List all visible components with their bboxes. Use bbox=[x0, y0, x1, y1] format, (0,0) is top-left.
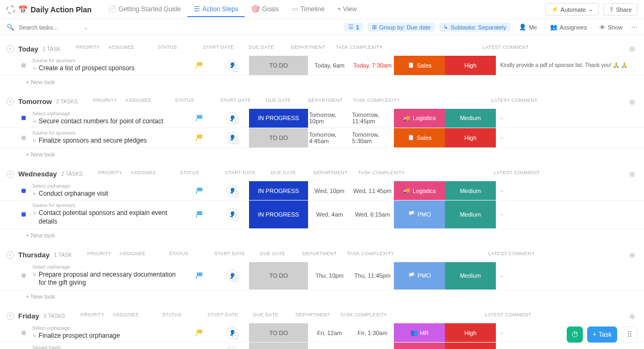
task-title[interactable]: ↳Secure contact numbers for point of con… bbox=[32, 117, 182, 126]
new-task-fab[interactable]: +Task bbox=[587, 326, 617, 343]
priority-cell[interactable] bbox=[182, 201, 216, 228]
start-date-cell[interactable]: Wed, 4am bbox=[308, 201, 351, 228]
collapse-toggle[interactable]: ▾ bbox=[6, 313, 14, 320]
show-pill[interactable]: 👁Show bbox=[595, 23, 627, 32]
comment-cell[interactable]: Kindly provide a pdf of sponsor list. Th… bbox=[496, 56, 633, 75]
task-row[interactable]: Select orphanage ↳Secure contact numbers… bbox=[0, 109, 644, 129]
new-task-button[interactable]: + New task bbox=[0, 229, 644, 242]
tab-action-steps[interactable]: ☰Action Steps bbox=[187, 2, 245, 17]
task-row[interactable]: Source for sponsors ↳Contact potential s… bbox=[0, 201, 644, 228]
automate-button[interactable]: ⚡Automate⌄ bbox=[545, 3, 599, 16]
priority-cell[interactable] bbox=[182, 56, 216, 75]
task-title[interactable]: ↳Prepare proposal and necessary document… bbox=[32, 271, 182, 287]
tab-timeline[interactable]: ▭Timeline bbox=[286, 2, 331, 17]
assignee-cell[interactable]: 👤 bbox=[216, 343, 249, 349]
status-cell[interactable]: TO DO bbox=[249, 56, 308, 75]
start-date-cell[interactable]: Thu, 10pm bbox=[308, 262, 351, 289]
more-icon[interactable]: ⋯ bbox=[631, 24, 638, 31]
due-date-cell[interactable]: Wed, 6:15am bbox=[351, 201, 394, 228]
due-date-cell[interactable]: Tomorrow, 5:30am bbox=[351, 128, 394, 147]
add-view-button[interactable]: + View bbox=[331, 2, 363, 17]
start-date-cell[interactable]: Today, 6am bbox=[308, 56, 351, 75]
department-cell[interactable]: 📋 Sales bbox=[394, 128, 445, 147]
task-title[interactable]: ↳Create a list of prospect sponsors bbox=[32, 64, 182, 73]
status-cell[interactable]: TO DO bbox=[249, 262, 308, 289]
priority-cell[interactable] bbox=[182, 128, 216, 147]
groupby-pill[interactable]: ⊞Group by: Due date bbox=[368, 23, 435, 32]
add-column-button[interactable]: ⊕ bbox=[627, 312, 638, 321]
complexity-cell[interactable]: Medium bbox=[445, 109, 496, 128]
priority-cell[interactable] bbox=[182, 323, 216, 343]
subtasks-pill[interactable]: ↳Subtasks: Separately bbox=[439, 23, 510, 32]
assignee-cell[interactable]: 👤 bbox=[216, 323, 249, 343]
complexity-cell[interactable]: Medium bbox=[445, 262, 496, 289]
start-date-cell[interactable]: Tomorrow, 10pm bbox=[308, 109, 351, 128]
start-date-cell[interactable]: Fri, 12am bbox=[308, 323, 351, 343]
assignee-cell[interactable]: 👤 bbox=[216, 181, 249, 201]
task-row[interactable]: Secure travel ↳Create a list of potentia… bbox=[0, 343, 644, 349]
department-cell[interactable]: 🏳️ PMO bbox=[394, 201, 445, 228]
task-title[interactable]: ↳Contact potential sponsors and explain … bbox=[32, 209, 182, 226]
assignees-pill[interactable]: 👥Assignees bbox=[546, 23, 591, 32]
start-date-cell[interactable]: Tomorrow, 4:45am bbox=[308, 128, 351, 147]
status-cell[interactable]: TO DO bbox=[249, 128, 308, 147]
collapse-toggle[interactable]: ▾ bbox=[6, 98, 14, 106]
add-column-button[interactable]: ⊕ bbox=[627, 44, 638, 53]
status-dot[interactable] bbox=[21, 273, 26, 278]
task-row[interactable]: Select orphanage ↳Finalize prospect orph… bbox=[0, 323, 644, 343]
start-date-cell[interactable]: Fri, 12am bbox=[308, 343, 351, 349]
status-cell[interactable]: IN PROGRESS bbox=[249, 109, 308, 128]
comment-cell[interactable]: – bbox=[496, 262, 633, 289]
status-dot[interactable] bbox=[21, 331, 26, 335]
task-title[interactable]: ↳Finalize sponsors and secure pledges bbox=[32, 137, 182, 145]
status-cell[interactable]: TO DO bbox=[249, 343, 308, 349]
assignee-cell[interactable]: 👤 bbox=[216, 262, 249, 289]
priority-cell[interactable] bbox=[182, 262, 216, 289]
apps-button[interactable]: ⠿ bbox=[621, 326, 638, 343]
comment-cell[interactable]: – bbox=[496, 181, 633, 201]
complexity-cell[interactable]: Medium bbox=[445, 201, 496, 228]
comment-cell[interactable]: – bbox=[496, 343, 633, 349]
add-column-button[interactable]: ⊕ bbox=[627, 251, 638, 259]
collapse-toggle[interactable]: ▾ bbox=[6, 45, 14, 53]
task-row[interactable]: Select orphanage ↳Prepare proposal and n… bbox=[0, 262, 644, 290]
comment-cell[interactable]: – bbox=[496, 201, 633, 228]
status-dot[interactable] bbox=[21, 63, 26, 68]
priority-cell[interactable] bbox=[182, 343, 216, 349]
department-cell[interactable]: 👥 HR bbox=[394, 323, 445, 343]
status-cell[interactable]: TO DO bbox=[249, 323, 308, 343]
search-dropdown[interactable]: ⌄ bbox=[83, 24, 89, 31]
priority-cell[interactable] bbox=[182, 181, 216, 201]
status-dot[interactable] bbox=[21, 116, 26, 120]
due-date-cell[interactable]: Fri, 1:30am bbox=[351, 323, 394, 343]
me-pill[interactable]: 👤Me bbox=[515, 23, 541, 32]
search-input[interactable] bbox=[19, 24, 72, 31]
department-cell[interactable]: 🚚 Logistics bbox=[394, 343, 445, 349]
assignee-cell[interactable]: 👤 bbox=[216, 128, 249, 147]
task-title[interactable]: ↳Finalize prospect orphanage bbox=[32, 332, 182, 340]
filter-pill[interactable]: ☰1 bbox=[344, 23, 363, 32]
assignee-cell[interactable]: 👤 bbox=[216, 201, 249, 228]
status-cell[interactable]: IN PROGRESS bbox=[249, 201, 308, 228]
tab-goals[interactable]: 🎯Goals bbox=[245, 2, 285, 17]
complexity-cell[interactable]: High bbox=[445, 323, 496, 343]
task-row[interactable]: Source for sponsors ↳Create a list of pr… bbox=[0, 56, 644, 76]
tab-getting-started[interactable]: 📄Getting Started Guide bbox=[101, 2, 187, 17]
record-button[interactable]: ⏱ bbox=[567, 326, 583, 343]
due-date-cell[interactable]: Thu, 11:45pm bbox=[351, 262, 394, 289]
status-dot[interactable] bbox=[21, 136, 26, 140]
complexity-cell[interactable]: High bbox=[445, 343, 496, 349]
share-button[interactable]: ⇪Share bbox=[603, 3, 638, 16]
task-row[interactable]: Select orphanage ↳Conduct orphanage visi… bbox=[0, 181, 644, 201]
status-dot[interactable] bbox=[21, 212, 26, 217]
department-cell[interactable]: 🏳️ PMO bbox=[394, 262, 445, 289]
department-cell[interactable]: 📋 Sales bbox=[394, 56, 445, 75]
task-row[interactable]: Source for sponsors ↳Finalize sponsors a… bbox=[0, 128, 644, 148]
due-date-cell[interactable]: Today, 7:30am bbox=[351, 56, 394, 75]
status-cell[interactable]: IN PROGRESS bbox=[249, 181, 308, 201]
comment-cell[interactable]: – bbox=[496, 128, 633, 147]
due-date-cell[interactable]: Tomorrow, 11:45pm bbox=[351, 109, 394, 128]
new-task-button[interactable]: + New task bbox=[0, 76, 644, 88]
new-task-button[interactable]: + New task bbox=[0, 148, 644, 161]
priority-cell[interactable] bbox=[182, 109, 216, 128]
